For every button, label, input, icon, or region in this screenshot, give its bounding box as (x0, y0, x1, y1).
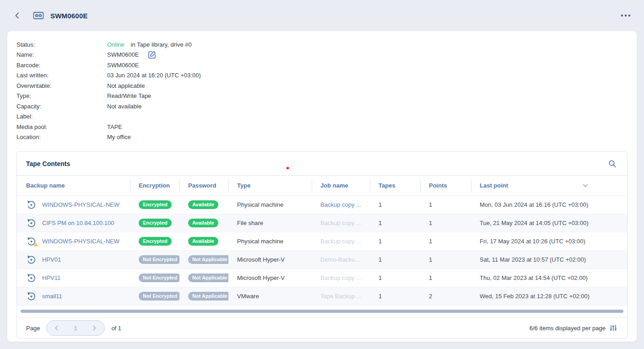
detail-row: Type: Read/Write Tape (16, 91, 628, 102)
detail-row: Media pool: TAPE (16, 122, 628, 132)
column-header-job-name[interactable]: Job name (312, 176, 370, 195)
sort-chevron-down-icon[interactable] (583, 184, 588, 188)
password-badge: Available (188, 237, 218, 246)
password-badge: Available (188, 200, 218, 209)
last-point-cell: Thu, 02 Mar 2023 at 14:54 (UTC +02:00) (471, 274, 627, 281)
table-row[interactable]: small11 Not Encrypted.. Not Applicable. … (17, 287, 627, 306)
job-name-link: Backup copy ... (312, 238, 370, 245)
password-cell: Not Applicable. (179, 274, 228, 282)
backup-name-link[interactable]: CIFS PM on 10.84.100.100 (42, 220, 114, 226)
table-row[interactable]: CIFS PM on 10.84.100.100 Encrypted Avail… (17, 214, 627, 232)
type-cell: Physical machine (228, 238, 312, 245)
warning-icon (33, 241, 38, 247)
type-cell: Microsoft Hyper-V (228, 256, 312, 263)
detail-value: 03 Jun 2024 at 16:20 (UTC +03:00) (107, 72, 201, 79)
cursor-dot (287, 167, 289, 169)
job-name-link: Backup copy ... (312, 220, 370, 226)
password-cell: Not Applicable. (179, 255, 228, 264)
backup-name-cell[interactable]: HPV01 (17, 254, 130, 265)
encryption-badge: Encrypted (139, 200, 172, 209)
tapes-cell: 1 (370, 293, 420, 300)
items-displayed-label: 6/6 items displayed per page (530, 325, 606, 332)
detail-label: Type: (16, 92, 107, 99)
backup-restore-icon (26, 273, 37, 283)
scrollbar-thumb[interactable] (21, 310, 623, 313)
type-cell: Microsoft Hyper-V (228, 274, 312, 281)
tape-contents-panel: Tape Contents Backup name Encryption Pas… (16, 151, 628, 339)
backup-name-link[interactable]: WINDOWS-PHYSICAL-NEW (42, 201, 119, 208)
backup-restore-icon (26, 199, 37, 210)
column-header-points[interactable]: Points (420, 176, 471, 195)
column-header-type[interactable]: Type (228, 176, 312, 195)
encryption-badge: Encrypted (139, 237, 172, 246)
backup-name-link[interactable]: HPV11 (42, 274, 60, 281)
search-button[interactable] (608, 159, 617, 168)
table-row[interactable]: WINDOWS-PHYSICAL-NEW Encrypted Available… (17, 232, 627, 251)
points-cell: 1 (420, 256, 471, 263)
backup-name-cell[interactable]: HPV11 (17, 273, 130, 283)
edit-name-button[interactable] (148, 50, 157, 59)
type-cell: Physical machine (228, 201, 312, 208)
type-cell: File share (228, 220, 312, 226)
table-body: WINDOWS-PHYSICAL-NEW Encrypted Available… (17, 196, 627, 306)
column-header-last-point[interactable]: Last point (471, 176, 627, 195)
tape-details-card: Status: Onlinein Tape library, drive #0 … (7, 31, 637, 342)
last-point-cell: Wed, 15 Feb 2023 at 12:28 (UTC +02:00) (471, 293, 627, 300)
detail-value: SWM0600E (107, 50, 157, 59)
encryption-cell: Not Encrypted.. (130, 255, 179, 264)
previous-page-button[interactable] (52, 323, 61, 333)
backup-name-cell[interactable]: WINDOWS-PHYSICAL-NEW (17, 236, 130, 247)
details-list: Status: Onlinein Tape library, drive #0 … (16, 39, 628, 142)
search-icon (608, 159, 617, 168)
detail-label: Barcode: (16, 62, 107, 69)
backup-name-cell[interactable]: WINDOWS-PHYSICAL-NEW (17, 199, 130, 210)
table-row[interactable]: WINDOWS-PHYSICAL-NEW Encrypted Available… (17, 196, 627, 214)
password-badge: Not Applicable (188, 255, 228, 264)
column-header-tapes[interactable]: Tapes (370, 176, 420, 195)
detail-value: Read/Write Tape (107, 92, 151, 99)
encryption-badge: Not Encrypted (139, 274, 179, 282)
encryption-cell: Not Encrypted.. (130, 292, 179, 301)
points-cell: 1 (420, 274, 471, 281)
back-button[interactable] (13, 11, 22, 20)
detail-row: Capacity: Not available (16, 101, 628, 112)
password-cell: Not Applicable. (179, 292, 228, 301)
backup-name-link[interactable]: HPV01 (42, 256, 61, 263)
detail-value: TAPE (107, 123, 122, 130)
next-page-button[interactable] (90, 323, 99, 333)
points-cell: 2 (420, 293, 471, 300)
table-row[interactable]: HPV11 Not Encrypted.. Not Applicable. Mi… (17, 269, 627, 287)
column-header-password[interactable]: Password (179, 176, 228, 195)
detail-row: Last written: 03 Jun 2024 at 16:20 (UTC … (16, 70, 628, 81)
chevron-left-icon (14, 12, 21, 19)
detail-label: Location: (16, 134, 107, 140)
column-header-encryption[interactable]: Encryption (130, 176, 179, 195)
encryption-cell: Encrypted (130, 219, 179, 227)
tape-cassette-icon (33, 11, 44, 20)
detail-label: Label: (16, 113, 107, 120)
last-point-cell: Tue, 21 May 2024 at 14:05 (UTC +03:00) (471, 220, 627, 226)
encryption-cell: Not Encrypted.. (130, 274, 179, 282)
encryption-cell: Encrypted (130, 200, 179, 209)
job-name-link[interactable]: Backup copy ... (312, 201, 370, 208)
page-count-label: of 1 (111, 325, 121, 332)
table-row[interactable]: HPV01 Not Encrypted.. Not Applicable. Mi… (17, 251, 627, 269)
detail-value: Not available (107, 103, 141, 110)
backup-name-cell[interactable]: small11 (17, 291, 130, 301)
backup-name-link[interactable]: WINDOWS-PHYSICAL-NEW (42, 238, 119, 245)
job-name-link: Demo-Backu... (312, 256, 370, 263)
sliders-icon (610, 324, 617, 332)
detail-label: Status: (16, 41, 107, 48)
more-options-button[interactable] (620, 12, 631, 19)
column-header-label: Last point (480, 182, 508, 189)
page-label: Page (26, 325, 40, 332)
page-control: 1 (46, 320, 105, 336)
backup-name-link[interactable]: small11 (42, 293, 62, 300)
encryption-cell: Encrypted (130, 237, 179, 246)
column-header-backup-name[interactable]: Backup name (17, 176, 130, 195)
table-header-row: Backup name Encryption Password Type Job… (17, 176, 627, 196)
table-settings-button[interactable] (610, 324, 617, 332)
page-number-input[interactable]: 1 (74, 325, 77, 332)
points-cell: 1 (420, 220, 471, 226)
backup-name-cell[interactable]: CIFS PM on 10.84.100.100 (17, 218, 130, 228)
